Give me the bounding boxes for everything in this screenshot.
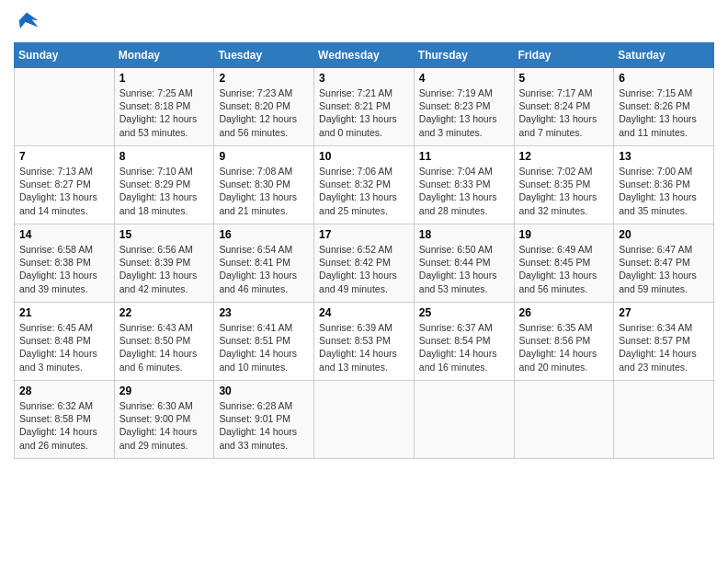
calendar-table: SundayMondayTuesdayWednesdayThursdayFrid…	[14, 42, 714, 459]
calendar-cell: 8Sunrise: 7:10 AM Sunset: 8:29 PM Daylig…	[114, 146, 214, 224]
day-info: Sunrise: 6:30 AM Sunset: 9:00 PM Dayligh…	[119, 399, 210, 452]
calendar-cell: 6Sunrise: 7:15 AM Sunset: 8:26 PM Daylig…	[614, 68, 714, 146]
day-info: Sunrise: 6:39 AM Sunset: 8:53 PM Dayligh…	[319, 321, 409, 373]
day-info: Sunrise: 7:02 AM Sunset: 8:35 PM Dayligh…	[519, 165, 609, 217]
column-header-thursday: Thursday	[414, 43, 514, 68]
calendar-cell: 10Sunrise: 7:06 AM Sunset: 8:32 PM Dayli…	[314, 146, 415, 224]
day-number: 4	[419, 72, 509, 85]
day-info: Sunrise: 6:41 AM Sunset: 8:51 PM Dayligh…	[219, 321, 309, 373]
day-number: 9	[219, 150, 309, 163]
day-number: 11	[419, 150, 509, 163]
day-number: 22	[119, 306, 210, 319]
day-number: 14	[19, 228, 109, 241]
calendar-cell: 3Sunrise: 7:21 AM Sunset: 8:21 PM Daylig…	[314, 68, 415, 146]
day-number: 30	[219, 385, 309, 397]
day-number: 2	[219, 72, 309, 85]
calendar-cell: 2Sunrise: 7:23 AM Sunset: 8:20 PM Daylig…	[214, 68, 314, 146]
day-info: Sunrise: 6:37 AM Sunset: 8:54 PM Dayligh…	[419, 321, 509, 373]
day-info: Sunrise: 7:21 AM Sunset: 8:21 PM Dayligh…	[319, 86, 409, 139]
day-number: 26	[519, 306, 609, 319]
calendar-cell: 7Sunrise: 7:13 AM Sunset: 8:27 PM Daylig…	[15, 146, 115, 224]
calendar-cell: 14Sunrise: 6:58 AM Sunset: 8:38 PM Dayli…	[15, 224, 115, 303]
day-number: 17	[319, 228, 409, 241]
day-info: Sunrise: 6:54 AM Sunset: 8:41 PM Dayligh…	[219, 243, 309, 295]
day-number: 29	[119, 385, 210, 397]
day-number: 21	[19, 306, 109, 319]
day-number: 13	[619, 150, 709, 163]
day-number: 3	[319, 72, 409, 85]
calendar-week-row: 21Sunrise: 6:45 AM Sunset: 8:48 PM Dayli…	[15, 303, 714, 381]
day-info: Sunrise: 7:06 AM Sunset: 8:32 PM Dayligh…	[319, 165, 409, 217]
day-info: Sunrise: 6:47 AM Sunset: 8:47 PM Dayligh…	[619, 243, 709, 295]
column-header-saturday: Saturday	[614, 43, 714, 68]
day-info: Sunrise: 6:50 AM Sunset: 8:44 PM Dayligh…	[419, 243, 509, 295]
svg-marker-0	[19, 13, 39, 29]
calendar-cell: 22Sunrise: 6:43 AM Sunset: 8:50 PM Dayli…	[114, 303, 214, 381]
calendar-week-row: 1Sunrise: 7:25 AM Sunset: 8:18 PM Daylig…	[15, 68, 714, 146]
day-info: Sunrise: 6:28 AM Sunset: 9:01 PM Dayligh…	[219, 399, 309, 452]
day-info: Sunrise: 6:56 AM Sunset: 8:39 PM Dayligh…	[119, 243, 210, 295]
calendar-cell: 4Sunrise: 7:19 AM Sunset: 8:23 PM Daylig…	[414, 68, 514, 146]
day-number: 7	[19, 150, 109, 163]
calendar-cell	[15, 68, 115, 146]
calendar-cell: 13Sunrise: 7:00 AM Sunset: 8:36 PM Dayli…	[614, 146, 714, 224]
day-info: Sunrise: 7:15 AM Sunset: 8:26 PM Dayligh…	[619, 86, 709, 139]
column-header-sunday: Sunday	[15, 43, 115, 68]
calendar-cell: 5Sunrise: 7:17 AM Sunset: 8:24 PM Daylig…	[514, 68, 614, 146]
calendar-cell: 18Sunrise: 6:50 AM Sunset: 8:44 PM Dayli…	[414, 224, 514, 303]
calendar-cell: 21Sunrise: 6:45 AM Sunset: 8:48 PM Dayli…	[15, 303, 115, 381]
day-info: Sunrise: 6:58 AM Sunset: 8:38 PM Dayligh…	[19, 243, 109, 295]
day-info: Sunrise: 6:49 AM Sunset: 8:45 PM Dayligh…	[519, 243, 609, 295]
day-number: 8	[119, 150, 210, 163]
calendar-cell: 1Sunrise: 7:25 AM Sunset: 8:18 PM Daylig…	[114, 68, 214, 146]
calendar-cell	[514, 381, 614, 459]
column-header-wednesday: Wednesday	[314, 43, 415, 68]
calendar-cell: 23Sunrise: 6:41 AM Sunset: 8:51 PM Dayli…	[214, 303, 314, 381]
day-info: Sunrise: 7:08 AM Sunset: 8:30 PM Dayligh…	[219, 165, 309, 217]
day-info: Sunrise: 6:32 AM Sunset: 8:58 PM Dayligh…	[19, 399, 109, 452]
calendar-cell	[414, 381, 514, 459]
day-info: Sunrise: 7:04 AM Sunset: 8:33 PM Dayligh…	[419, 165, 509, 217]
calendar-cell	[314, 381, 415, 459]
column-header-tuesday: Tuesday	[214, 43, 314, 68]
calendar-cell: 25Sunrise: 6:37 AM Sunset: 8:54 PM Dayli…	[414, 303, 514, 381]
day-number: 16	[219, 228, 309, 241]
day-info: Sunrise: 7:10 AM Sunset: 8:29 PM Dayligh…	[119, 165, 210, 217]
calendar-cell: 26Sunrise: 6:35 AM Sunset: 8:56 PM Dayli…	[514, 303, 614, 381]
day-number: 19	[519, 228, 609, 241]
calendar-week-row: 7Sunrise: 7:13 AM Sunset: 8:27 PM Daylig…	[15, 146, 714, 224]
day-info: Sunrise: 7:25 AM Sunset: 8:18 PM Dayligh…	[119, 86, 210, 139]
day-number: 28	[19, 385, 109, 397]
column-header-monday: Monday	[114, 43, 214, 68]
day-info: Sunrise: 7:23 AM Sunset: 8:20 PM Dayligh…	[219, 86, 309, 139]
day-number: 1	[119, 72, 210, 85]
day-number: 18	[419, 228, 509, 241]
calendar-cell	[614, 381, 714, 459]
calendar-header-row: SundayMondayTuesdayWednesdayThursdayFrid…	[15, 43, 714, 68]
calendar-cell: 9Sunrise: 7:08 AM Sunset: 8:30 PM Daylig…	[214, 146, 314, 224]
calendar-cell: 24Sunrise: 6:39 AM Sunset: 8:53 PM Dayli…	[314, 303, 415, 381]
calendar-cell: 29Sunrise: 6:30 AM Sunset: 9:00 PM Dayli…	[114, 381, 214, 459]
day-info: Sunrise: 7:00 AM Sunset: 8:36 PM Dayligh…	[619, 165, 709, 217]
calendar-cell: 16Sunrise: 6:54 AM Sunset: 8:41 PM Dayli…	[214, 224, 314, 303]
day-info: Sunrise: 6:34 AM Sunset: 8:57 PM Dayligh…	[619, 321, 709, 373]
day-number: 6	[619, 72, 709, 85]
day-number: 5	[519, 72, 609, 85]
day-number: 23	[219, 306, 309, 319]
day-info: Sunrise: 6:52 AM Sunset: 8:42 PM Dayligh…	[319, 243, 409, 295]
calendar-cell: 19Sunrise: 6:49 AM Sunset: 8:45 PM Dayli…	[514, 224, 614, 303]
day-info: Sunrise: 7:17 AM Sunset: 8:24 PM Dayligh…	[519, 86, 609, 139]
calendar-cell: 17Sunrise: 6:52 AM Sunset: 8:42 PM Dayli…	[314, 224, 415, 303]
calendar-cell: 11Sunrise: 7:04 AM Sunset: 8:33 PM Dayli…	[414, 146, 514, 224]
calendar-cell: 20Sunrise: 6:47 AM Sunset: 8:47 PM Dayli…	[614, 224, 714, 303]
page-header	[14, 9, 714, 35]
column-header-friday: Friday	[514, 43, 614, 68]
day-info: Sunrise: 6:35 AM Sunset: 8:56 PM Dayligh…	[519, 321, 609, 373]
day-info: Sunrise: 6:45 AM Sunset: 8:48 PM Dayligh…	[19, 321, 109, 373]
calendar-cell: 15Sunrise: 6:56 AM Sunset: 8:39 PM Dayli…	[114, 224, 214, 303]
calendar-cell: 12Sunrise: 7:02 AM Sunset: 8:35 PM Dayli…	[514, 146, 614, 224]
calendar-week-row: 28Sunrise: 6:32 AM Sunset: 8:58 PM Dayli…	[15, 381, 714, 459]
calendar-cell: 28Sunrise: 6:32 AM Sunset: 8:58 PM Dayli…	[15, 381, 115, 459]
calendar-week-row: 14Sunrise: 6:58 AM Sunset: 8:38 PM Dayli…	[15, 224, 714, 303]
day-info: Sunrise: 7:13 AM Sunset: 8:27 PM Dayligh…	[19, 165, 109, 217]
